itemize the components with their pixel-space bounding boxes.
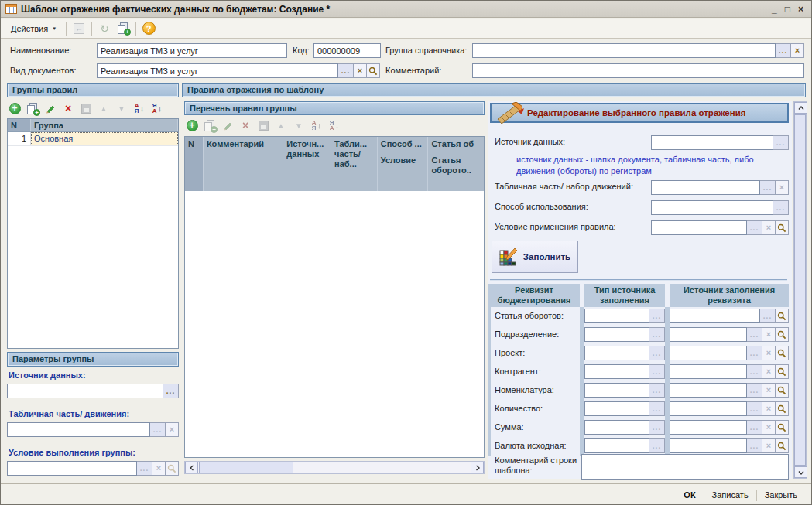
catalog-group-label: Группа справочника: — [385, 46, 467, 55]
scrollbar-thumb[interactable] — [794, 114, 806, 466]
close-form-button[interactable]: Закрыть — [757, 488, 805, 502]
group-condition-input[interactable] — [7, 461, 137, 476]
clear-icon[interactable]: × — [354, 63, 367, 78]
ellipsis-button: ... — [649, 401, 665, 416]
fill-source-field: ... × — [670, 401, 789, 416]
row-label: Статья оборотов: — [495, 311, 564, 320]
column-data-source: Источн... данных — [283, 137, 331, 191]
clear-icon: × — [762, 327, 776, 342]
source-type-field: ... — [584, 383, 665, 398]
maximize-button[interactable]: □ — [785, 4, 790, 15]
name-input[interactable] — [97, 43, 287, 58]
sort-down-icon: ↓ — [158, 104, 163, 113]
editor-usage-label: Способ использования: — [495, 202, 588, 211]
ellipsis-button[interactable]: ... — [338, 63, 354, 78]
sort-desc-button: ЯА ↓ — [328, 119, 341, 131]
save-button[interactable]: Записать — [704, 488, 756, 502]
copy-add-button[interactable]: + — [26, 102, 39, 114]
ellipsis-button: ... — [137, 461, 152, 476]
search-icon[interactable] — [776, 346, 789, 360]
close-button[interactable]: × — [798, 4, 803, 15]
ellipsis-button: ... — [649, 420, 665, 435]
row-label: Подразделение: — [495, 329, 559, 339]
search-icon[interactable] — [776, 401, 789, 416]
move-down-button: ▼ — [115, 102, 128, 114]
sort-desc-button[interactable]: ЯА ↓ — [151, 102, 163, 114]
move-up-button: ▲ — [275, 119, 287, 131]
ellipsis-button: ... — [649, 364, 665, 379]
help-button[interactable]: ? — [139, 21, 158, 36]
search-icon[interactable] — [776, 420, 789, 435]
sort-asc-button[interactable]: АЯ ↓ — [133, 102, 146, 114]
search-icon — [166, 461, 179, 476]
catalog-group-input[interactable] — [472, 43, 776, 58]
group-source-input[interactable] — [7, 384, 163, 398]
editor-tabpart-input[interactable] — [651, 180, 760, 195]
sort-down-icon: ↓ — [317, 121, 322, 130]
search-icon[interactable] — [776, 364, 789, 379]
editor-hint-text: источник данных - шапка документа, табли… — [516, 154, 786, 177]
horizontal-scrollbar[interactable] — [184, 461, 485, 474]
editor-condition-input[interactable] — [651, 220, 747, 235]
column-usage-condition: Способ ... Условие — [378, 137, 429, 191]
doc-kind-input[interactable] — [97, 63, 338, 78]
row-label: Валюта исходная: — [495, 441, 567, 450]
ellipsis-button: ... — [747, 220, 762, 235]
edit-button[interactable] — [44, 102, 57, 114]
source-type-field: ... — [584, 364, 665, 379]
ellipsis-button: ... — [760, 180, 776, 195]
search-icon[interactable] — [776, 220, 789, 235]
source-type-field: ... — [584, 438, 665, 453]
sort-down-icon: ↓ — [335, 121, 340, 130]
fill-button[interactable]: Заполнить — [492, 241, 578, 273]
minimize-button[interactable]: _ — [772, 4, 777, 15]
ellipsis-button[interactable]: ... — [163, 384, 179, 398]
search-icon[interactable] — [776, 383, 789, 398]
ellipsis-button: ... — [649, 346, 665, 360]
row-label: Контрагент: — [495, 367, 541, 376]
ellipsis-button[interactable]: ... — [776, 43, 791, 58]
actions-menu-button[interactable]: Действия ▼ — [5, 21, 63, 36]
source-type-field: ... — [584, 346, 665, 360]
group-source-label: Источник данных: — [9, 370, 86, 380]
rules-list-body[interactable] — [185, 191, 484, 458]
move-down-button: ▼ — [293, 119, 305, 131]
clear-icon[interactable]: × — [791, 43, 804, 58]
search-icon[interactable] — [776, 438, 789, 453]
delete-button[interactable]: × — [62, 102, 74, 114]
copy-new-button[interactable]: + — [114, 21, 132, 36]
row-comment-label: Комментарий строки шаблона: — [495, 456, 581, 476]
add-button[interactable]: + — [186, 119, 198, 131]
editor-source-input[interactable] — [651, 135, 773, 150]
row-label: Номенклатура: — [495, 385, 554, 394]
group-cell-selected[interactable]: Основная — [31, 132, 178, 145]
vertical-scrollbar[interactable] — [793, 101, 807, 479]
group-tabpart-input[interactable] — [7, 422, 150, 437]
add-icon: + — [9, 103, 21, 114]
search-icon[interactable] — [776, 327, 789, 342]
dropdown-arrow-icon: ▼ — [52, 26, 57, 31]
floppy-icon — [259, 121, 269, 131]
search-icon[interactable] — [776, 309, 789, 323]
add-button[interactable]: + — [9, 102, 21, 114]
chevron-left-icon — [189, 465, 195, 471]
source-type-field: ... — [584, 420, 665, 435]
editor-tabpart-label: Табличная часть/ набор движений: — [495, 182, 633, 191]
clear-icon: × — [762, 383, 776, 398]
code-input[interactable] — [313, 43, 381, 58]
ok-button[interactable]: ОК — [676, 488, 703, 502]
search-icon[interactable] — [367, 63, 380, 78]
scroll-down-button[interactable] — [794, 466, 807, 478]
doc-kind-label: Вид документов: — [10, 66, 77, 75]
scroll-up-button[interactable] — [794, 102, 807, 114]
group-condition-field: ... × — [7, 461, 179, 476]
row-comment-input[interactable] — [581, 454, 789, 480]
editor-usage-input[interactable] — [651, 200, 773, 215]
scrollbar-thumb[interactable] — [199, 462, 293, 473]
clear-icon: × — [762, 220, 776, 235]
scroll-right-button[interactable] — [471, 462, 484, 473]
scroll-left-button[interactable] — [185, 462, 198, 473]
comment-input[interactable] — [472, 63, 804, 78]
fill-source-field: ... × — [670, 383, 789, 398]
table-row[interactable]: 1 Основная — [8, 132, 178, 146]
